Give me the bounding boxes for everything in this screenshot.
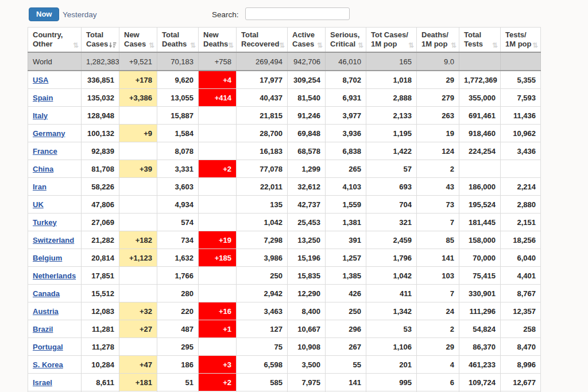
row-iran: Iran58,2263,60322,01132,6124,10369343186…	[28, 178, 541, 196]
column-header-new_deaths[interactable]: New Deaths⇅	[199, 28, 237, 53]
country-link-italy[interactable]: Italy	[33, 111, 48, 120]
cell-tot_cases_1m: 995	[366, 374, 417, 391]
cell-tests_1m	[501, 160, 541, 178]
country-link-uk[interactable]: UK	[33, 200, 44, 209]
column-header-new_cases[interactable]: New Cases⇅	[119, 28, 157, 53]
country-link-canada[interactable]: Canada	[33, 289, 60, 298]
cell-country: Brazil	[28, 320, 82, 338]
cell-active_cases: 942,706	[288, 52, 326, 71]
cell-total_deaths: 1,584	[157, 125, 199, 142]
cell-serious_critical: 3,977	[326, 107, 366, 125]
column-label: Tests/ 1M pop	[505, 30, 532, 48]
cell-total_deaths: 734	[157, 231, 199, 249]
cell-country: Austria	[28, 302, 82, 320]
column-header-country[interactable]: Country, Other⇅	[28, 28, 82, 53]
cell-total_deaths: 487	[157, 320, 199, 338]
cell-active_cases: 15,835	[288, 267, 326, 285]
column-header-total_tests[interactable]: Total Tests⇅	[459, 28, 501, 53]
cell-new_cases: +27	[119, 320, 157, 338]
cell-active_cases: 1,299	[288, 160, 326, 178]
cell-total_tests: 86,370	[459, 338, 501, 356]
cell-total_tests: 691,461	[459, 107, 501, 125]
cell-active_cases: 69,848	[288, 125, 326, 142]
cell-new_deaths	[199, 214, 237, 231]
country-link-s-korea[interactable]: S. Korea	[33, 360, 63, 369]
cell-total_recovered: 28,700	[237, 125, 288, 142]
cell-new_deaths	[199, 142, 237, 160]
cell-country: France	[28, 142, 82, 160]
cell-serious_critical: 426	[326, 285, 366, 302]
cell-tests_1m: 4,401	[501, 267, 541, 285]
cell-total_recovered: 77,078	[237, 160, 288, 178]
cell-total_recovered: 1,042	[237, 214, 288, 231]
cell-total_cases: 1,282,383	[82, 52, 119, 71]
column-header-total_recovered[interactable]: Total Recovered⇅	[237, 28, 288, 53]
cell-new_deaths: +1	[199, 320, 237, 338]
cell-country: Netherlands	[28, 267, 82, 285]
cell-tests_1m: 2,880	[501, 196, 541, 214]
cell-tests_1m: 8,470	[501, 338, 541, 356]
cell-total_deaths: 186	[157, 356, 199, 374]
cell-total_cases: 8,611	[82, 374, 119, 391]
search-input[interactable]	[245, 7, 350, 20]
country-link-austria[interactable]: Austria	[33, 307, 59, 316]
country-link-turkey[interactable]: Turkey	[33, 218, 57, 227]
country-link-israel[interactable]: Israel	[33, 378, 52, 387]
cell-new_cases: +3,386	[119, 89, 157, 107]
column-header-active_cases[interactable]: Active Cases⇅	[288, 28, 326, 53]
cell-country: China	[28, 160, 82, 178]
cell-total_deaths: 1,632	[157, 249, 199, 267]
country-link-switzerland[interactable]: Switzerland	[33, 236, 74, 244]
cell-tests_1m: 7,593	[501, 89, 541, 107]
country-link-china[interactable]: China	[33, 165, 53, 173]
cell-total_deaths: 220	[157, 302, 199, 320]
column-header-total_cases[interactable]: Total Cases	[82, 28, 119, 53]
country-link-belgium[interactable]: Belgium	[33, 254, 62, 262]
column-header-serious_critical[interactable]: Serious, Critical⇅	[326, 28, 366, 53]
cell-total_cases: 20,814	[82, 249, 119, 267]
sort-both-arrows-icon: ⇅	[279, 42, 285, 49]
country-link-usa[interactable]: USA	[33, 76, 48, 84]
column-header-tot_cases_1m[interactable]: Tot Cases/ 1M pop⇅	[366, 28, 417, 53]
yesterday-button[interactable]: Yesterday	[63, 10, 97, 19]
cell-total_cases: 336,851	[82, 71, 119, 89]
cell-total_recovered: 2,942	[237, 285, 288, 302]
country-link-netherlands[interactable]: Netherlands	[33, 271, 76, 280]
now-button[interactable]: Now	[29, 7, 59, 21]
column-header-tests_1m[interactable]: Tests/ 1M pop⇅	[501, 28, 541, 53]
cell-active_cases: 10,908	[288, 338, 326, 356]
cell-deaths_1m: 124	[417, 142, 459, 160]
cell-country: Canada	[28, 285, 82, 302]
cell-active_cases: 42,737	[288, 196, 326, 214]
cell-tot_cases_1m: 201	[366, 356, 417, 374]
cell-total_deaths: 3,603	[157, 178, 199, 196]
country-link-spain[interactable]: Spain	[33, 94, 53, 102]
country-link-france[interactable]: France	[33, 147, 57, 156]
country-link-portugal[interactable]: Portugal	[33, 343, 63, 351]
cell-tot_cases_1m: 411	[366, 285, 417, 302]
cell-new_cases: +1,123	[119, 249, 157, 267]
row-germany: Germany100,132+91,58428,70069,8483,9361,…	[28, 125, 541, 142]
cell-new_deaths	[199, 178, 237, 196]
cell-tot_cases_1m: 2,133	[366, 107, 417, 125]
cell-new_deaths: +2	[199, 160, 237, 178]
country-link-brazil[interactable]: Brazil	[33, 325, 53, 333]
cell-deaths_1m: 29	[417, 338, 459, 356]
cell-deaths_1m: 19	[417, 125, 459, 142]
column-header-total_deaths[interactable]: Total Deaths⇅	[157, 28, 199, 53]
cell-tests_1m: 2,151	[501, 214, 541, 231]
cell-total_tests: 918,460	[459, 125, 501, 142]
cell-tests_1m: 11,436	[501, 107, 541, 125]
cell-country: Iran	[28, 178, 82, 196]
row-usa: USA336,851+1789,620+417,977309,2548,7021…	[28, 71, 541, 89]
column-header-deaths_1m[interactable]: Deaths/ 1M pop⇅	[417, 28, 459, 53]
country-link-iran[interactable]: Iran	[33, 183, 47, 191]
cell-new_cases: +182	[119, 231, 157, 249]
cell-country: S. Korea	[28, 356, 82, 374]
cell-tot_cases_1m: 1,342	[366, 302, 417, 320]
column-label: Total Cases	[86, 30, 108, 48]
cell-tot_cases_1m: 1,195	[366, 125, 417, 142]
cell-active_cases: 32,612	[288, 178, 326, 196]
cell-total_tests: 109,724	[459, 374, 501, 391]
country-link-germany[interactable]: Germany	[33, 129, 65, 138]
